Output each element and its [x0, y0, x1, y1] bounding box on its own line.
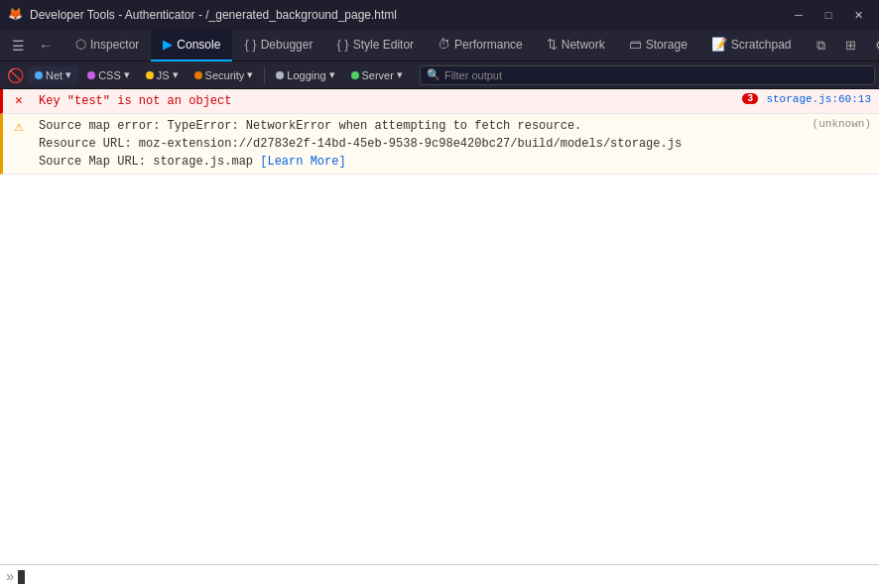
- tab-performance[interactable]: ⏱ Performance: [426, 30, 535, 61]
- logging-arrow: ▾: [329, 68, 335, 81]
- console-message-error: ✕ Key "test" is not an object 3 storage.…: [0, 89, 879, 114]
- filter-security-label: Security: [205, 69, 245, 81]
- main-content: ☰ ← ⬡ Inspector ▶ Console { } Debugger {…: [0, 30, 879, 588]
- filter-logging[interactable]: Logging ▾: [269, 66, 341, 83]
- filter-net-label: Net: [46, 69, 63, 81]
- tab-storage-label: Storage: [646, 38, 688, 52]
- js-dot: [146, 71, 154, 79]
- network-icon: ⇅: [547, 37, 558, 52]
- tab-network-label: Network: [562, 38, 605, 52]
- tab-scratchpad[interactable]: 📝 Scratchpad: [699, 30, 804, 61]
- console-prompt: »: [6, 569, 14, 585]
- close-button[interactable]: ✕: [845, 5, 871, 25]
- tab-storage[interactable]: 🗃 Storage: [617, 30, 699, 61]
- js-arrow: ▾: [173, 68, 179, 81]
- tab-debugger-label: Debugger: [261, 38, 314, 52]
- tab-console-label: Console: [177, 38, 220, 52]
- tab-network[interactable]: ⇅ Network: [535, 30, 617, 61]
- tab-console[interactable]: ▶ Console: [151, 30, 232, 61]
- console-output: ✕ Key "test" is not an object 3 storage.…: [0, 89, 879, 564]
- server-arrow: ▾: [397, 68, 403, 81]
- error-source-link[interactable]: storage.js:60:13: [766, 93, 871, 105]
- filter-security[interactable]: Security ▾: [188, 66, 261, 83]
- settings-button[interactable]: ⚙: [867, 32, 879, 59]
- server-dot: [351, 71, 359, 79]
- filter-css-label: CSS: [98, 69, 121, 81]
- window-controls: ─ □ ✕: [786, 5, 871, 25]
- scratchpad-icon: 📝: [711, 37, 727, 52]
- filter-js[interactable]: JS ▾: [139, 66, 186, 83]
- filter-output-input[interactable]: 🔍 Filter output: [420, 65, 875, 85]
- filter-css[interactable]: CSS ▾: [80, 66, 137, 83]
- warning-icon: ⚠: [3, 114, 35, 174]
- warning-line-1: Source map error: TypeError: NetworkErro…: [39, 117, 805, 135]
- firefox-icon: 🦊: [8, 7, 24, 23]
- minimize-button[interactable]: ─: [786, 5, 812, 25]
- console-message-warning: ⚠ Source map error: TypeError: NetworkEr…: [0, 114, 879, 175]
- error-message-text: Key "test" is not an object: [35, 89, 738, 113]
- tab-style-editor-label: Style Editor: [353, 38, 414, 52]
- tab-debugger[interactable]: { } Debugger: [232, 30, 324, 61]
- warning-line-2: Resource URL: moz-extension://d2783e2f-1…: [39, 135, 805, 153]
- warning-source-label: (unknown): [813, 118, 871, 130]
- filter-server[interactable]: Server ▾: [344, 66, 410, 83]
- error-badge: 3: [742, 93, 758, 104]
- console-filter-bar: 🚫 Net ▾ CSS ▾ JS ▾ Security ▾ Logging ▾: [0, 61, 879, 89]
- security-arrow: ▾: [247, 68, 253, 81]
- title-bar: 🦊 Developer Tools - Authenticator - /_ge…: [0, 0, 879, 30]
- filter-output-placeholder: Filter output: [444, 69, 502, 81]
- toolbar-right: ⧉ ⊞ ⚙: [804, 32, 879, 59]
- tab-inspector[interactable]: ⬡ Inspector: [63, 30, 151, 61]
- warning-message-text: Source map error: TypeError: NetworkErro…: [35, 114, 809, 174]
- filter-logging-label: Logging: [287, 69, 325, 81]
- css-dot: [87, 71, 95, 79]
- menu-button[interactable]: ☰: [4, 32, 32, 59]
- console-cursor: [18, 570, 25, 584]
- toolbar-left: ☰ ←: [0, 32, 63, 59]
- window-title: Developer Tools - Authenticator - /_gene…: [30, 8, 786, 22]
- nav-tabs: ⬡ Inspector ▶ Console { } Debugger { } S…: [63, 30, 804, 61]
- filter-server-label: Server: [362, 69, 394, 81]
- style-editor-icon: { }: [336, 37, 348, 52]
- split-console-button[interactable]: ⊞: [837, 32, 865, 59]
- console-icon: ▶: [163, 37, 173, 52]
- css-arrow: ▾: [124, 68, 130, 81]
- clear-console-button[interactable]: 🚫: [4, 64, 26, 86]
- dock-side-button[interactable]: ⧉: [808, 32, 835, 59]
- security-dot: [194, 71, 202, 79]
- filter-search-icon: 🔍: [427, 68, 440, 81]
- logging-dot: [276, 71, 284, 79]
- back-button[interactable]: ←: [32, 32, 60, 59]
- main-toolbar: ☰ ← ⬡ Inspector ▶ Console { } Debugger {…: [0, 30, 879, 61]
- performance-icon: ⏱: [438, 37, 450, 52]
- warning-line-3: Source Map URL: storage.js.map [Learn Mo…: [39, 153, 805, 171]
- storage-icon: 🗃: [629, 37, 642, 52]
- net-arrow: ▾: [65, 68, 71, 81]
- tab-style-editor[interactable]: { } Style Editor: [324, 30, 426, 61]
- tab-scratchpad-label: Scratchpad: [731, 38, 792, 52]
- filter-js-label: JS: [157, 69, 170, 81]
- error-source: 3 storage.js:60:13: [738, 89, 879, 113]
- tab-performance-label: Performance: [454, 38, 523, 52]
- maximize-button[interactable]: □: [816, 5, 841, 25]
- inspector-icon: ⬡: [75, 37, 86, 52]
- net-dot: [35, 71, 43, 79]
- tab-inspector-label: Inspector: [90, 38, 139, 52]
- console-input-bar[interactable]: »: [0, 564, 879, 588]
- debugger-icon: { }: [244, 37, 256, 52]
- learn-more-link[interactable]: [Learn More]: [260, 155, 345, 169]
- filter-net[interactable]: Net ▾: [28, 66, 78, 83]
- filter-separator: [264, 66, 265, 84]
- warning-source: (unknown): [809, 114, 879, 174]
- error-icon: ✕: [3, 89, 35, 113]
